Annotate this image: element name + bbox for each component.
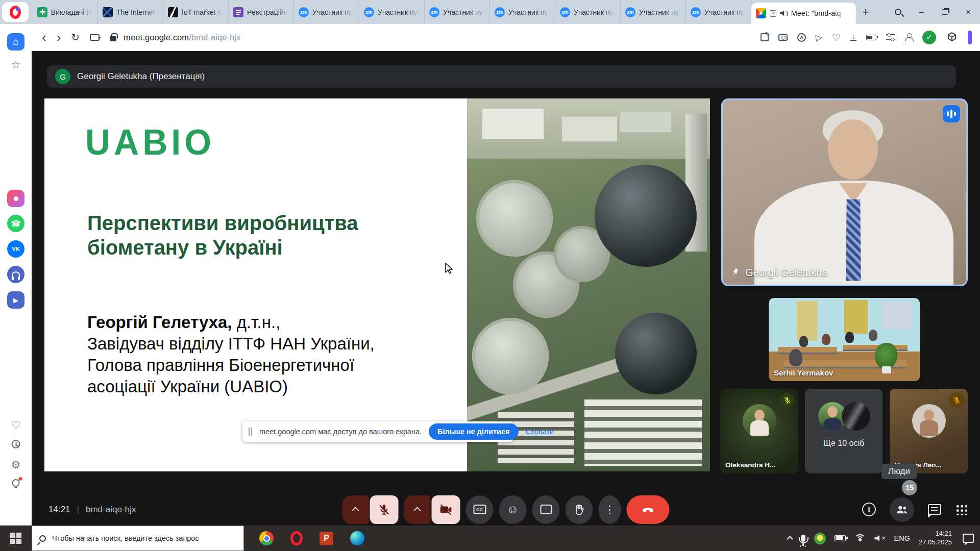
start-button[interactable] bbox=[0, 525, 32, 551]
tab-capture-icon[interactable] bbox=[90, 34, 100, 41]
extension-cube-icon[interactable] bbox=[946, 31, 958, 43]
aria-ai-icon[interactable] bbox=[7, 190, 24, 207]
lock-icon[interactable] bbox=[110, 36, 116, 41]
minimize-button[interactable]: – bbox=[910, 0, 933, 24]
people-button[interactable] bbox=[890, 497, 914, 522]
hidden-icons-chevron[interactable] bbox=[787, 536, 794, 542]
leave-call-button[interactable] bbox=[627, 495, 670, 524]
present-button[interactable]: ↑ bbox=[532, 495, 560, 524]
slide-title: Перспективи виробництва біометану в Укра… bbox=[87, 211, 388, 260]
sidebar-panel-toggle[interactable] bbox=[968, 31, 972, 44]
system-tray: × ENG 14:21 27.05.2025 bbox=[788, 530, 974, 547]
zoom-icon: zm bbox=[560, 7, 570, 17]
profile-icon[interactable] bbox=[905, 33, 913, 41]
volume-muted-icon[interactable]: × bbox=[874, 535, 885, 542]
language-indicator[interactable]: ENG bbox=[894, 534, 910, 542]
tab-audio-icon[interactable]: )) bbox=[780, 11, 788, 16]
hide-banner-link[interactable]: Сховати bbox=[526, 428, 554, 436]
raise-hand-button[interactable] bbox=[566, 495, 593, 524]
chat-button[interactable] bbox=[928, 504, 941, 515]
tab-meet-active[interactable]: ↗ )) Meet: "bmd-aiq bbox=[751, 3, 856, 24]
tray-mic-icon[interactable] bbox=[801, 535, 805, 542]
pinboard-icon[interactable]: ✎ bbox=[761, 33, 769, 41]
taskbar-clock[interactable]: 14:21 27.05.2025 bbox=[919, 530, 952, 547]
forward-button[interactable]: › bbox=[57, 31, 61, 44]
presentation-slide: UABIO Перспективи виробництва біометану … bbox=[44, 98, 710, 471]
video-figure bbox=[924, 410, 934, 421]
tab-iot[interactable]: IoT market siz bbox=[163, 0, 229, 24]
history-icon[interactable] bbox=[12, 440, 20, 448]
edge-icon[interactable] bbox=[350, 531, 364, 545]
info-button[interactable]: i bbox=[862, 503, 876, 516]
photo-shape bbox=[472, 318, 549, 394]
favorites-heart-icon[interactable]: ♡ bbox=[11, 419, 21, 432]
video-popout-icon[interactable]: ▶ bbox=[7, 291, 24, 309]
downloads-icon[interactable]: ↓ bbox=[850, 34, 856, 41]
translate-icon[interactable]: A bbox=[797, 33, 806, 42]
settings-sliders-icon[interactable] bbox=[886, 34, 895, 40]
bookmarks-icon[interactable]: ☆ bbox=[11, 59, 21, 71]
meeting-panels: i Люди 15 bbox=[862, 497, 967, 522]
video-tile-main[interactable]: Georgii Geletukha bbox=[721, 98, 968, 286]
zoom-icon: zm bbox=[429, 7, 439, 17]
maximize-button[interactable] bbox=[933, 0, 957, 24]
extension-check-icon[interactable]: ✓ bbox=[922, 31, 936, 44]
antivirus-icon[interactable] bbox=[814, 533, 826, 544]
video-tile-others[interactable]: Ще 10 осіб bbox=[805, 389, 883, 473]
video-tile-oleksandra[interactable]: Oleksandra H... bbox=[720, 389, 798, 473]
activities-button[interactable] bbox=[955, 504, 967, 515]
bookmark-heart-icon[interactable]: ♡ bbox=[832, 32, 841, 43]
new-tab-button[interactable]: + bbox=[856, 0, 875, 24]
wifi-icon[interactable] bbox=[854, 534, 866, 542]
player-headset-icon[interactable] bbox=[7, 266, 24, 283]
tab-zoom-1[interactable]: zm Участник пуб bbox=[294, 0, 359, 24]
whatsapp-icon[interactable]: ☎ bbox=[7, 215, 24, 232]
stop-sharing-button[interactable]: Більше не ділитися bbox=[429, 423, 519, 440]
start-page-icon[interactable]: ⌂ bbox=[7, 33, 24, 51]
camera-off-button[interactable] bbox=[432, 495, 460, 524]
opera-icon[interactable] bbox=[290, 531, 303, 545]
mic-muted-button[interactable] bbox=[370, 495, 399, 524]
captions-button[interactable]: CC bbox=[466, 495, 494, 524]
zoom-icon: zm bbox=[299, 7, 309, 17]
close-button[interactable]: × bbox=[957, 0, 980, 24]
chrome-icon[interactable] bbox=[259, 531, 274, 545]
taskbar-search[interactable] bbox=[32, 525, 244, 551]
clock-time: 14:21 bbox=[919, 530, 952, 538]
slide-author-block: Георгій Гелетуха, д.т.н., Завідувач відд… bbox=[87, 312, 375, 397]
share-icon[interactable]: ▷ bbox=[815, 32, 823, 43]
vk-icon[interactable]: VK bbox=[7, 240, 24, 258]
tab-search-button[interactable] bbox=[886, 0, 910, 24]
video-figure bbox=[828, 119, 878, 180]
tab-zoom-5[interactable]: zm Участник пуб bbox=[555, 0, 621, 24]
video-tile-serhii[interactable]: Serhii Yermakov bbox=[769, 298, 920, 381]
camera-options-button[interactable] bbox=[404, 495, 431, 524]
tab-internet[interactable]: The Internet o bbox=[98, 0, 163, 24]
mic-options-button[interactable] bbox=[342, 495, 369, 524]
more-options-button[interactable]: ⋮ bbox=[599, 495, 621, 524]
back-button[interactable]: ‹ bbox=[42, 31, 46, 44]
snapshot-icon[interactable] bbox=[778, 34, 788, 41]
more-people-label: Ще 10 осіб bbox=[805, 439, 883, 448]
battery-saver-icon[interactable] bbox=[866, 35, 876, 40]
powerpoint-icon[interactable]: P bbox=[320, 532, 333, 545]
tips-bulb-icon[interactable] bbox=[12, 479, 20, 487]
tab-zoom-2[interactable]: zm Участник пуб bbox=[359, 0, 425, 24]
tab-forms[interactable]: Реєстраційна bbox=[229, 0, 294, 24]
address-bar[interactable]: meet.google.com/bmd-aiqe-hjx bbox=[124, 33, 240, 42]
drag-handle-icon[interactable] bbox=[249, 428, 252, 436]
action-center-icon[interactable] bbox=[963, 534, 974, 543]
taskbar-search-input[interactable] bbox=[52, 534, 236, 542]
popout-icon[interactable]: ↗ bbox=[770, 10, 776, 17]
reactions-button[interactable]: ☺ bbox=[499, 495, 527, 524]
tab-zoom-6[interactable]: zm Участник пуб bbox=[621, 0, 686, 24]
tab-sheets[interactable]: Викладачі (он bbox=[33, 0, 98, 24]
tab-zoom-3[interactable]: zm Участник пуб bbox=[425, 0, 490, 24]
tab-zoom-4[interactable]: zm Участник пуб bbox=[490, 0, 555, 24]
tab-zoom-7[interactable]: zm Участник пуб bbox=[686, 0, 751, 24]
opera-menu-button[interactable] bbox=[2, 2, 29, 22]
battery-icon[interactable] bbox=[835, 535, 846, 541]
video-tile-natalia[interactable]: Наталія Лео... bbox=[890, 389, 968, 473]
reload-button[interactable]: ↻ bbox=[71, 32, 80, 42]
settings-gear-icon[interactable]: ⚙ bbox=[11, 459, 21, 471]
